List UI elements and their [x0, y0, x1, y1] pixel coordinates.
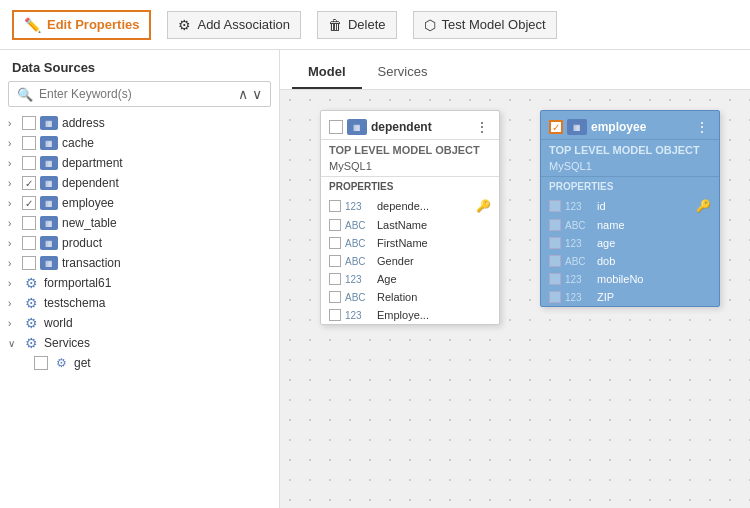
card-title-dependent: dependent — [371, 120, 469, 134]
tree-label-formportal61: formportal61 — [44, 276, 111, 290]
tree-item-new-table[interactable]: › ▦ new_table — [4, 213, 275, 233]
tree-item-get[interactable]: ⚙ get — [4, 353, 275, 373]
delete-label: Delete — [348, 17, 386, 32]
tree-item-services[interactable]: ∨ ⚙ Services — [4, 333, 275, 353]
tree-label-cache: cache — [62, 136, 94, 150]
prop-type: ABC — [345, 238, 373, 249]
tree-item-dependent[interactable]: › ✓ ▦ dependent — [4, 173, 275, 193]
prop-name: dob — [597, 255, 711, 267]
tree-label-employee: employee — [62, 196, 114, 210]
test-icon: ⬡ — [424, 17, 436, 33]
card-props-header-dependent: PROPERTIES — [321, 176, 499, 196]
table-icon: ▦ — [40, 156, 58, 170]
prop-checkbox[interactable] — [329, 273, 341, 285]
folder-icon: ⚙ — [22, 276, 40, 290]
model-icon: ▦ — [347, 119, 367, 135]
prop-name: LastName — [377, 219, 491, 231]
card-emp-prop-5: 123 ZIP — [541, 288, 719, 306]
table-icon: ▦ — [40, 256, 58, 270]
card-employee: ✓ ▦ employee ⋮ TOP LEVEL MODEL OBJECT My… — [540, 110, 720, 307]
prop-checkbox[interactable] — [549, 219, 561, 231]
tree-label-services: Services — [44, 336, 90, 350]
chevron-up-icon[interactable]: ∧ — [238, 86, 248, 102]
search-input[interactable] — [39, 87, 232, 101]
card-props-header-employee: PROPERTIES — [541, 176, 719, 196]
tree-checkbox-department[interactable] — [22, 156, 36, 170]
tree-item-employee[interactable]: › ✓ ▦ employee — [4, 193, 275, 213]
card-prop-4: 123 Age — [321, 270, 499, 288]
prop-checkbox[interactable] — [549, 291, 561, 303]
card-checkbox-dependent[interactable] — [329, 120, 343, 134]
expand-arrow: › — [8, 198, 22, 209]
tree-checkbox-dependent[interactable]: ✓ — [22, 176, 36, 190]
prop-name: Gender — [377, 255, 491, 267]
prop-checkbox[interactable] — [549, 200, 561, 212]
tree-label-testschema: testschema — [44, 296, 105, 310]
search-icon: 🔍 — [17, 87, 33, 102]
card-emp-prop-0: 123 id 🔑 — [541, 196, 719, 216]
expand-arrow: › — [8, 238, 22, 249]
chevron-down-icon[interactable]: ∨ — [252, 86, 262, 102]
expand-arrow: › — [8, 138, 22, 149]
tree-item-testschema[interactable]: › ⚙ testschema — [4, 293, 275, 313]
sidebar: Data Sources 🔍 ∧ ∨ › ▦ address › ▦ cache — [0, 50, 280, 508]
tab-services[interactable]: Services — [362, 56, 444, 89]
card-menu-employee[interactable]: ⋮ — [693, 119, 711, 135]
tree-item-formportal61[interactable]: › ⚙ formportal61 — [4, 273, 275, 293]
prop-checkbox[interactable] — [329, 200, 341, 212]
delete-button[interactable]: 🗑 Delete — [317, 11, 397, 39]
card-checkbox-employee[interactable]: ✓ — [549, 120, 563, 134]
tree-checkbox-new-table[interactable] — [22, 216, 36, 230]
tree-checkbox-employee[interactable]: ✓ — [22, 196, 36, 210]
card-prop-0: 123 depende... 🔑 — [321, 196, 499, 216]
tree-item-address[interactable]: › ▦ address — [4, 113, 275, 133]
tree-item-transaction[interactable]: › ▦ transaction — [4, 253, 275, 273]
prop-name: age — [597, 237, 711, 249]
tabs: Model Services — [280, 50, 750, 90]
card-dependent: ▦ dependent ⋮ TOP LEVEL MODEL OBJECT MyS… — [320, 110, 500, 325]
prop-checkbox[interactable] — [329, 291, 341, 303]
prop-name: name — [597, 219, 711, 231]
add-association-button[interactable]: ⚙ Add Association — [167, 11, 301, 39]
prop-type: 123 — [565, 274, 593, 285]
prop-checkbox[interactable] — [329, 219, 341, 231]
tree-checkbox-get[interactable] — [34, 356, 48, 370]
card-meta-dependent: TOP LEVEL MODEL OBJECT — [321, 140, 499, 160]
tab-model[interactable]: Model — [292, 56, 362, 89]
edit-properties-button[interactable]: ✏️ Edit Properties — [12, 10, 151, 40]
card-menu-dependent[interactable]: ⋮ — [473, 119, 491, 135]
prop-checkbox[interactable] — [329, 237, 341, 249]
tree-checkbox-transaction[interactable] — [22, 256, 36, 270]
prop-checkbox[interactable] — [329, 309, 341, 321]
search-controls: ∧ ∨ — [238, 86, 262, 102]
tree-item-department[interactable]: › ▦ department — [4, 153, 275, 173]
tree-checkbox-address[interactable] — [22, 116, 36, 130]
prop-checkbox[interactable] — [329, 255, 341, 267]
tree-label-transaction: transaction — [62, 256, 121, 270]
tree-container: › ▦ address › ▦ cache › ▦ department › ✓… — [0, 113, 279, 508]
tree-item-world[interactable]: › ⚙ world — [4, 313, 275, 333]
prop-name: Relation — [377, 291, 491, 303]
card-prop-2: ABC FirstName — [321, 234, 499, 252]
prop-name: FirstName — [377, 237, 491, 249]
test-model-button[interactable]: ⬡ Test Model Object — [413, 11, 557, 39]
card-db-employee: MySQL1 — [541, 160, 719, 176]
expand-arrow: › — [8, 218, 22, 229]
tree-label-get: get — [74, 356, 91, 370]
prop-checkbox[interactable] — [549, 255, 561, 267]
tree-label-department: department — [62, 156, 123, 170]
prop-checkbox[interactable] — [549, 273, 561, 285]
table-icon: ▦ — [40, 136, 58, 150]
tree-item-product[interactable]: › ▦ product — [4, 233, 275, 253]
delete-icon: 🗑 — [328, 17, 342, 33]
expand-arrow: › — [8, 178, 22, 189]
card-emp-prop-4: 123 mobileNo — [541, 270, 719, 288]
prop-checkbox[interactable] — [549, 237, 561, 249]
table-icon: ▦ — [40, 116, 58, 130]
tree-checkbox-cache[interactable] — [22, 136, 36, 150]
tree-checkbox-product[interactable] — [22, 236, 36, 250]
card-prop-6: 123 Employe... — [321, 306, 499, 324]
content-area: Model Services ▦ dependent ⋮ TOP LEVEL M… — [280, 50, 750, 508]
tree-item-cache[interactable]: › ▦ cache — [4, 133, 275, 153]
prop-type: ABC — [345, 292, 373, 303]
